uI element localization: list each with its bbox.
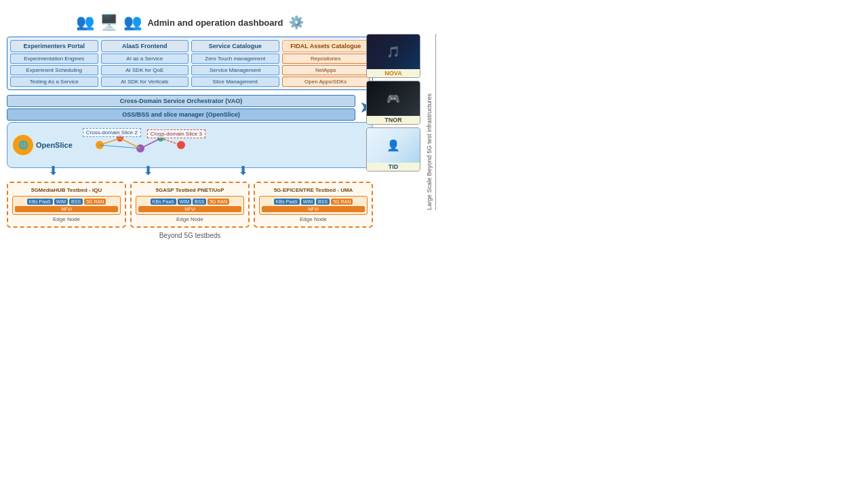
ai-as-service: AI as a Service — [101, 54, 189, 64]
testbeds-container: 5GMediaHUB Testbed - IQU KBs PaaS WIM BS… — [7, 182, 373, 239]
experimenters-portal: Experimenters Portal — [10, 40, 98, 52]
beyond5g-label: Beyond 5G testbeds — [7, 232, 373, 239]
large-scale-label: Large Scale Beyond 5G test infrastructur… — [426, 34, 436, 210]
testbed-1-inner: KBs PaaS WIM BSS 5G RAN NFVi — [12, 196, 121, 215]
portal-col-3: Service Catalogue Zero Touch management … — [191, 40, 279, 87]
tnor-box: 🎮 TNOR — [366, 81, 420, 125]
testbeds-section: 5GMediaHUB Testbed - IQU KBs PaaS WIM BS… — [7, 182, 373, 228]
cross-domain-slice3: Cross-domain Slice 3 — [147, 129, 205, 138]
chip-wim2: WIM — [178, 199, 191, 205]
slice-area: Cross-domain Slice 2 Cross-domain Slice … — [79, 128, 367, 162]
left-panel: 👥 🖥️ 👥 Admin and operation dashboard ⚙️ … — [7, 14, 373, 312]
svg-line-5 — [100, 138, 120, 145]
testbed-1: 5GMediaHUB Testbed - IQU KBs PaaS WIM BS… — [7, 182, 126, 228]
nfvi-1: NFVi — [15, 206, 118, 212]
chip-5g2: 5G RAN — [208, 199, 229, 205]
svg-line-7 — [140, 138, 161, 148]
testbed-3-title: 5G-EPICENTRE Testbed - UMA — [259, 187, 368, 193]
testbed-2: 5GASP Testbed PNET/UoP KBs PaaS WIM BSS … — [130, 182, 250, 228]
chip-5g: 5G RAN — [84, 199, 106, 205]
portal-col-4: FIDAL Assets Catalogue Repositories NetA… — [282, 40, 370, 87]
portal-section: Experimenters Portal Experimentation Eng… — [7, 37, 373, 90]
tnor-image: 🎮 — [367, 81, 420, 116]
nfvi-3: NFVi — [262, 206, 365, 212]
admin-title: Admin and operation dashboard — [147, 18, 283, 28]
chip-wim: WIM — [54, 199, 68, 205]
testbed-3-inner: KBs PaaS WIM BSS 5G RAN NFVi — [259, 196, 368, 215]
cross-domain-slice2: Cross-domain Slice 2 — [83, 128, 141, 137]
chip-bss3: BSS — [316, 199, 330, 205]
chip-wim3: WIM — [301, 199, 315, 205]
orchestrator-bar: Cross-Domain Service Orchestrator (VAO) … — [7, 93, 355, 121]
zero-touch: Zero Touch management — [191, 54, 279, 64]
tid-image: 👤 — [367, 128, 420, 163]
tnor-label: TNOR — [367, 116, 420, 124]
portal-col-1: Experimenters Portal Experimentation Eng… — [10, 40, 98, 87]
ai-sdk-verticals: AI SDK for Verticals — [101, 77, 189, 87]
alaas-frontend: AlaaS Frontend — [101, 40, 189, 52]
open-apps: Open Apps/SDKs — [282, 77, 370, 87]
openslice-section: 🌐 OpenSlice Cross-domain Slice 2 Cross-d… — [7, 122, 373, 168]
edge-3: Edge Node — [259, 216, 368, 222]
chip-5g3: 5G RAN — [331, 199, 353, 205]
testbed-2-chips: KBs PaaS WIM BSS 5G RAN — [138, 199, 241, 205]
testbed-2-inner: KBs PaaS WIM BSS 5G RAN NFVi — [136, 196, 244, 215]
chip-kbs3: KBs PaaS — [274, 199, 300, 205]
chip-kbs2: KBs PaaS — [151, 199, 176, 205]
arrow-down-1: ⬇ — [48, 163, 58, 178]
repositories: Repositories — [282, 54, 370, 64]
service-management: Service Management — [191, 65, 279, 75]
openslice-logo: 🌐 OpenSlice — [13, 135, 73, 155]
testbed-1-title: 5GMediaHUB Testbed - IQU — [12, 187, 121, 193]
portal-col-2: AlaaS Frontend AI as a Service AI SDK fo… — [101, 40, 189, 87]
logo-circle: 🌐 — [13, 135, 33, 155]
arch-svg: 👤 Trial users Open call users nApp devel… — [441, 10, 861, 485]
nova-image: 🎵 — [367, 35, 420, 69]
service-catalogue: Service Catalogue — [191, 40, 279, 52]
edge-1: Edge Node — [12, 216, 121, 222]
tid-label: TID — [367, 163, 420, 171]
ai-sdk-qoe: AI SDK for QoE — [101, 65, 189, 75]
testbed-1-chips: KBs PaaS WIM BSS 5G RAN — [15, 199, 118, 205]
tid-box: 👤 TID — [366, 127, 420, 171]
chip-kbs: KBs PaaS — [27, 199, 53, 205]
arch-diagram: 👤 Trial users Open call users nApp devel… — [441, 10, 861, 478]
testbed-3: 5G-EPICENTRE Testbed - UMA KBs PaaS WIM … — [254, 182, 373, 228]
arrow-down-3: ⬇ — [238, 163, 248, 178]
nfvi-2: NFVi — [138, 206, 241, 212]
nova-box: 🎵 NOVA — [366, 34, 420, 78]
chip-bss2: BSS — [193, 199, 206, 205]
fidal-assets: FIDAL Assets Catalogue — [282, 40, 370, 52]
netapps: NetApps — [282, 65, 370, 75]
testing-as-service: Testing As a Service — [10, 77, 98, 87]
experimentation-engines: Experimentation Engines — [10, 54, 98, 64]
chip-bss: BSS — [69, 199, 83, 205]
testbed-3-chips: KBs PaaS WIM BSS 5G RAN — [262, 199, 365, 205]
slice-management: Slice Management — [191, 77, 279, 87]
admin-header: 👥 🖥️ 👥 Admin and operation dashboard ⚙️ — [7, 14, 373, 31]
exp-scheduling: Experiment Scheduling — [10, 65, 98, 75]
nova-label: NOVA — [367, 69, 420, 77]
testbed-2-title: 5GASP Testbed PNET/UoP — [136, 187, 244, 193]
arrow-down-2: ⬇ — [143, 163, 153, 178]
infra-panel: 🎵 NOVA 🎮 TNOR 👤 TID — [366, 34, 420, 171]
edge-2: Edge Node — [136, 216, 244, 222]
